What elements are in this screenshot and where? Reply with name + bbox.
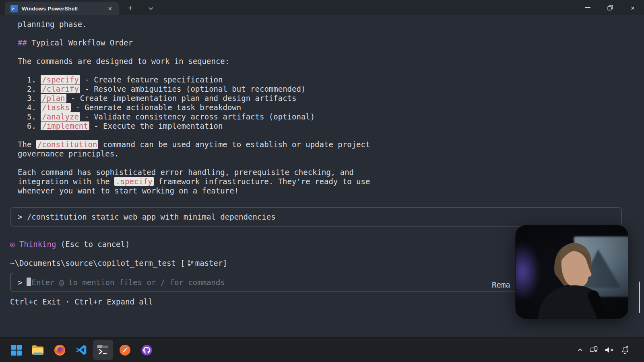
list-desc: - Create feature specification bbox=[80, 75, 223, 84]
md-heading-hashes: ## bbox=[18, 38, 27, 47]
md-heading: ## Typical Workflow Order bbox=[10, 38, 634, 47]
list-item: 4. /tasks - Generate actionable task bre… bbox=[10, 103, 634, 112]
md-paragraph: The commands are designed to work in seq… bbox=[10, 57, 634, 66]
file-explorer-icon[interactable] bbox=[31, 343, 44, 356]
command-echo-box: > /constitution static web app with mini… bbox=[10, 207, 622, 226]
webcam-overlay bbox=[516, 225, 628, 319]
text-cursor bbox=[27, 278, 31, 286]
list-desc: - Execute the implementation bbox=[89, 121, 223, 130]
thinking-hint: (Esc to cancel) bbox=[56, 240, 130, 249]
firefox-icon[interactable] bbox=[53, 343, 66, 356]
list-desc: - Validate consistency across artifacts … bbox=[80, 112, 315, 121]
list-number: 3. bbox=[27, 94, 41, 103]
command-echo-text: /constitution static web app with minima… bbox=[22, 212, 275, 222]
minimize-button[interactable] bbox=[576, 0, 599, 15]
svg-text:z: z bbox=[626, 346, 628, 349]
vscode-icon[interactable] bbox=[75, 343, 88, 356]
new-tab-button[interactable]: + bbox=[128, 4, 133, 12]
close-button[interactable]: ✕ bbox=[621, 0, 644, 15]
inline-code: /plan bbox=[41, 94, 66, 103]
start-button[interactable] bbox=[10, 343, 23, 356]
list-item: 6. /implement - Execute the implementati… bbox=[10, 121, 634, 131]
tray-volume-muted-icon[interactable] bbox=[605, 346, 614, 354]
list-number: 4. bbox=[27, 103, 41, 112]
list-number: 2. bbox=[27, 84, 41, 93]
prompt-symbol: > bbox=[18, 212, 22, 222]
md-paragraph: whenever you want to start working on a … bbox=[10, 186, 634, 195]
spinner-icon: ◎ bbox=[10, 240, 14, 249]
windows-terminal-icon[interactable] bbox=[97, 343, 109, 356]
tray-chevron-up-icon[interactable] bbox=[578, 348, 583, 352]
md-paragraph: governance principles. bbox=[10, 149, 634, 158]
scrollbar-thumb[interactable] bbox=[639, 282, 640, 313]
list-item: 5. /analyze - Validate consistency acros… bbox=[10, 112, 634, 121]
taskbar: z bbox=[0, 337, 644, 362]
restore-button[interactable] bbox=[599, 0, 621, 15]
status-fragment: Rema bbox=[492, 280, 510, 289]
md-paragraph: Each command has sophisticated error han… bbox=[10, 168, 634, 177]
list-item: 1. /specify - Create feature specificati… bbox=[10, 75, 634, 84]
md-paragraph: planning phase. bbox=[10, 20, 634, 29]
tray-notification-dnd-icon[interactable]: z bbox=[621, 346, 630, 354]
cwd-path: ~\Documents\source\copilot_term_test [ bbox=[10, 259, 185, 267]
inline-code: /clarify bbox=[41, 84, 80, 93]
list-desc: - Create implementation plan and design … bbox=[66, 94, 297, 103]
tray-ethernet-icon[interactable] bbox=[589, 346, 598, 354]
git-branch-name: master bbox=[195, 259, 223, 267]
inline-code: .specify bbox=[114, 177, 154, 186]
list-number: 5. bbox=[27, 112, 41, 121]
list-number: 1. bbox=[27, 75, 41, 84]
tab-dropdown-icon[interactable] bbox=[149, 4, 153, 12]
tabbar-divider bbox=[141, 4, 141, 11]
inline-code: /constitution bbox=[36, 140, 99, 149]
titlebar: >_ Windows PowerShell ✕ + ✕ bbox=[0, 0, 644, 15]
tab-close-icon[interactable]: ✕ bbox=[105, 4, 115, 13]
powershell-icon: >_ bbox=[10, 5, 18, 12]
list-desc: - Resolve ambiguities (optional but reco… bbox=[80, 84, 306, 93]
list-item: 2. /clarify - Resolve ambiguities (optio… bbox=[10, 84, 634, 94]
inline-code: /analyze bbox=[41, 112, 80, 121]
inline-code: /specify bbox=[41, 75, 80, 84]
thinking-label: Thinking bbox=[14, 240, 56, 249]
tab-windows-powershell[interactable]: >_ Windows PowerShell ✕ bbox=[5, 2, 119, 15]
list-item: 3. /plan - Create implementation plan an… bbox=[10, 94, 634, 103]
github-desktop-icon[interactable] bbox=[140, 343, 153, 356]
git-branch-icon bbox=[188, 259, 194, 269]
tab-title: Windows PowerShell bbox=[22, 6, 105, 12]
md-heading-text: Typical Workflow Order bbox=[27, 38, 133, 47]
prompt-symbol: > bbox=[18, 278, 22, 287]
webcam-person bbox=[516, 225, 628, 319]
orange-pen-app-icon[interactable] bbox=[118, 343, 131, 356]
input-placeholder: Enter @ to mention files or / for comman… bbox=[31, 278, 225, 287]
md-paragraph: The /constitution command can be used an… bbox=[10, 140, 634, 149]
md-paragraph: integration with the .specify framework … bbox=[10, 177, 634, 186]
list-number: 6. bbox=[27, 121, 41, 130]
inline-code: /tasks bbox=[41, 103, 71, 112]
inline-code: /implement bbox=[41, 121, 89, 130]
list-desc: - Generate actionable task breakdown bbox=[71, 103, 241, 112]
